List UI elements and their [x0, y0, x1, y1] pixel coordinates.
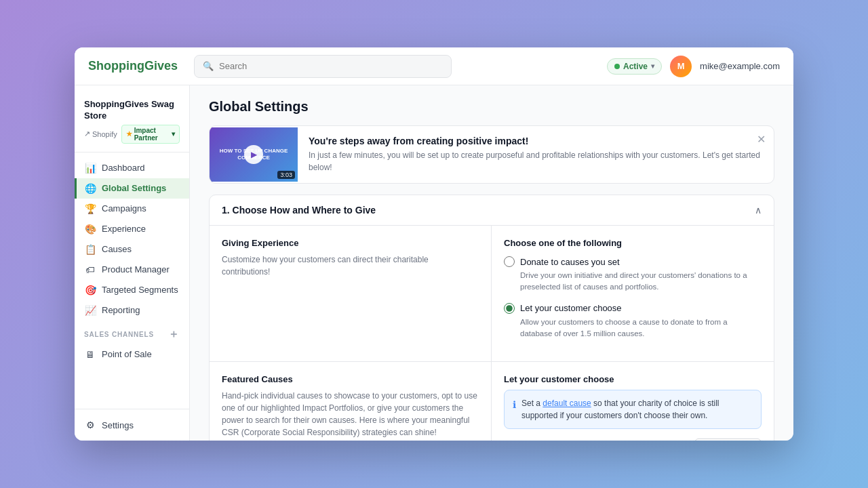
radio-customer-choose-desc: Allow your customers to choose a cause t…	[520, 317, 762, 340]
sidebar-item-point-of-sale[interactable]: 🖥 Point of Sale	[75, 344, 189, 365]
info-text: Set a default cause so that your charity…	[521, 397, 753, 422]
causes-icon: 📋	[84, 244, 96, 255]
sidebar-item-label: Point of Sale	[102, 349, 152, 359]
chevron-up-icon: ∧	[755, 205, 762, 216]
info-box: ℹ Set a default cause so that your chari…	[504, 390, 762, 429]
add-channel-icon[interactable]: ＋	[168, 327, 180, 342]
nav-right: Active ▾ M mike@example.com	[607, 56, 780, 77]
sidebar-item-settings[interactable]: ⚙ Settings	[75, 415, 189, 435]
bottom-section: Featured Causes Hand-pick individual cau…	[210, 361, 774, 441]
accordion-header[interactable]: 1. Choose How and Where to Give ∧	[210, 195, 774, 226]
sidebar-item-global-settings[interactable]: 🌐 Global Settings	[75, 178, 189, 199]
platform-item: ↗ Shopify	[84, 129, 117, 138]
sidebar-bottom: ⚙ Settings	[75, 409, 189, 441]
store-meta: ↗ Shopify ★ Impact Partner ▾	[84, 125, 180, 144]
welcome-card: HOW TO SET UP CHANGE COMMERCE ▶ 3:03 You…	[209, 125, 774, 184]
close-button[interactable]: ✕	[757, 133, 766, 146]
page-title: Global Settings	[209, 99, 774, 115]
play-button[interactable]: ▶	[244, 145, 263, 164]
accordion-section: 1. Choose How and Where to Give ∧ Giving…	[209, 195, 774, 441]
nav-section: 📊 Dashboard 🌐 Global Settings 🏆 Campaign…	[75, 152, 189, 409]
let-customer-choose-section: Let your customer choose ℹ Set a default…	[492, 362, 774, 441]
tier-badge: ★ Impact Partner ▾	[121, 125, 180, 144]
radio-option-customer-choose: Let your customer choose Allow your cust…	[504, 303, 762, 340]
store-name: ShoppingGives Swag Store	[84, 99, 180, 122]
video-thumbnail[interactable]: HOW TO SET UP CHANGE COMMERCE ▶ 3:03	[210, 127, 298, 182]
welcome-title: You're steps away from creating positive…	[309, 136, 763, 146]
product-manager-icon: 🏷	[84, 264, 96, 275]
radio-label-customer-choose[interactable]: Let your customer choose	[504, 303, 762, 314]
search-input[interactable]	[219, 61, 443, 71]
star-icon: ★	[126, 130, 132, 138]
accordion-body: Giving Experience Customize how your cus…	[210, 226, 774, 361]
default-cause-link[interactable]: default cause	[542, 399, 591, 408]
sidebar-item-label: Reporting	[102, 305, 140, 315]
top-navigation: ShoppingGives 🔍 Active ▾ M mike@example.…	[75, 47, 793, 85]
choose-options-section: Choose one of the following Donate to ca…	[492, 226, 774, 361]
sidebar-item-label: Settings	[102, 420, 134, 430]
status-badge[interactable]: Active ▾	[607, 58, 662, 75]
app-window: ShoppingGives 🔍 Active ▾ M mike@example.…	[75, 47, 793, 441]
radio-customer-choose[interactable]	[504, 303, 515, 314]
app-logo: ShoppingGives	[88, 59, 178, 73]
campaigns-icon: 🏆	[84, 203, 96, 214]
info-prefix: Set a	[521, 399, 542, 408]
avatar: M	[670, 56, 692, 77]
giving-experience-section: Giving Experience Customize how your cus…	[210, 226, 492, 361]
status-dot	[614, 64, 620, 69]
sidebar-store: ShoppingGives Swag Store ↗ Shopify ★ Imp…	[75, 94, 189, 152]
experience-icon: 🎨	[84, 224, 96, 235]
sidebar-item-label: Causes	[102, 244, 132, 254]
radio-donate-causes-label: Donate to causes you set	[520, 257, 620, 267]
sidebar-item-dashboard[interactable]: 📊 Dashboard	[75, 158, 189, 178]
radio-option-donate-causes: Donate to causes you set Drive your own …	[504, 256, 762, 293]
giving-experience-title: Giving Experience	[222, 238, 479, 248]
settings-icon: ⚙	[84, 420, 96, 430]
giving-experience-desc: Customize how your customers can direct …	[222, 253, 479, 278]
featured-causes-desc: Hand-pick individual causes to showcase …	[222, 390, 479, 439]
status-label: Active	[623, 62, 648, 71]
share-icon: ↗	[84, 129, 90, 138]
platform-label: Shopify	[92, 130, 117, 138]
chevron-down-icon: ▾	[651, 62, 654, 70]
reporting-icon: 📈	[84, 305, 96, 316]
welcome-text: You're steps away from creating positive…	[298, 126, 774, 183]
sidebar-item-campaigns[interactable]: 🏆 Campaigns	[75, 199, 189, 219]
sidebar-item-experience[interactable]: 🎨 Experience	[75, 219, 189, 239]
choose-title: Choose one of the following	[504, 238, 762, 248]
main-area: ShoppingGives Swag Store ↗ Shopify ★ Imp…	[75, 85, 793, 441]
tier-label: Impact Partner	[134, 127, 170, 142]
sidebar-item-causes[interactable]: 📋 Causes	[75, 239, 189, 260]
sidebar-item-label: Global Settings	[102, 183, 166, 193]
radio-label-donate-causes[interactable]: Donate to causes you set	[504, 256, 762, 267]
search-icon: 🔍	[203, 61, 214, 71]
radio-donate-causes-desc: Drive your own initiative and direct you…	[520, 270, 762, 293]
radio-donate-causes[interactable]	[504, 256, 515, 267]
user-email: mike@example.com	[700, 61, 780, 71]
sales-channels-label: SALES CHANNELS ＋	[75, 321, 189, 344]
sidebar-item-targeted-segments[interactable]: 🎯 Targeted Segments	[75, 280, 189, 300]
segments-icon: 🎯	[84, 285, 96, 296]
sidebar: ShoppingGives Swag Store ↗ Shopify ★ Imp…	[75, 85, 190, 441]
sidebar-item-label: Campaigns	[102, 203, 146, 214]
sidebar-item-product-manager[interactable]: 🏷 Product Manager	[75, 260, 189, 280]
globe-icon: 🌐	[84, 183, 96, 194]
add-causes-button[interactable]: Add Causes	[694, 439, 762, 441]
search-bar[interactable]: 🔍	[194, 55, 452, 78]
welcome-description: In just a few minutes, you will be set u…	[309, 149, 763, 174]
sidebar-item-label: Product Manager	[102, 264, 170, 274]
sidebar-item-reporting[interactable]: 📈 Reporting	[75, 300, 189, 321]
sidebar-item-label: Experience	[102, 224, 146, 234]
info-icon: ℹ	[513, 398, 516, 412]
sidebar-item-label: Targeted Segments	[102, 285, 178, 295]
dashboard-icon: 📊	[84, 163, 96, 174]
sidebar-item-label: Dashboard	[102, 163, 145, 173]
content-area: Global Settings HOW TO SET UP CHANGE COM…	[190, 85, 793, 441]
chevron-down-icon: ▾	[172, 130, 175, 138]
video-duration: 3:03	[277, 171, 295, 179]
featured-causes-section: Featured Causes Hand-pick individual cau…	[210, 362, 492, 441]
causes-footer: 0 OF 6 SELECTED Add Causes	[504, 439, 762, 441]
accordion-title: 1. Choose How and Where to Give	[222, 205, 376, 216]
featured-causes-title: Featured Causes	[222, 374, 479, 384]
radio-customer-choose-label: Let your customer choose	[520, 303, 622, 313]
